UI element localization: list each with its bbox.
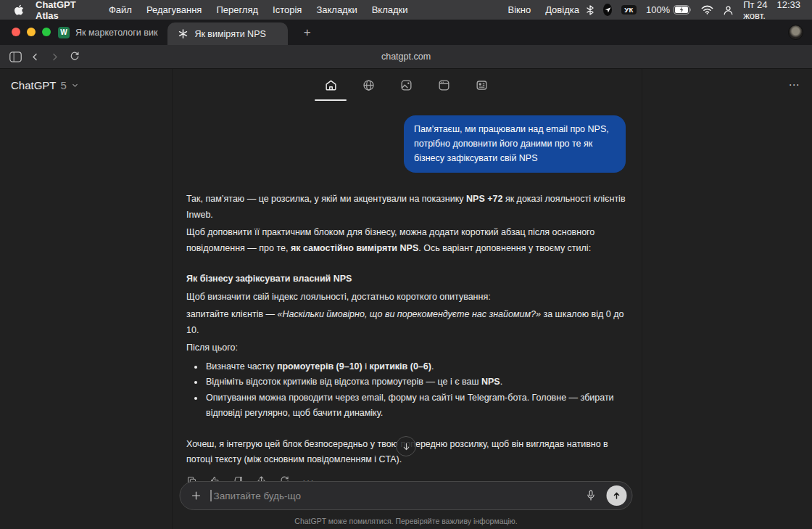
assistant-paragraph: Щоб визначити свій індекс лояльності, до… — [186, 290, 626, 305]
date-label: Пт 24 жовт. — [743, 0, 770, 21]
battery-status[interactable]: 100% — [646, 4, 692, 15]
tab-title: Як маркетологи вик — [75, 28, 157, 38]
assistant-paragraph: Після цього: — [186, 340, 626, 356]
menu-history[interactable]: Історія — [265, 4, 309, 15]
model-selector[interactable]: ChatGPT 5 — [11, 79, 79, 91]
composer[interactable]: Запитайте будь-що — [180, 481, 633, 510]
tab-title: Як виміряти NPS — [194, 29, 265, 39]
images-tab-icon[interactable] — [398, 69, 414, 101]
disclaimer-text: ChatGPT може помилятися. Перевіряйте важ… — [0, 517, 812, 525]
assistant-paragraph: запитайте клієнтів — «Наскільки ймовірно… — [186, 307, 626, 338]
user-switch-icon[interactable] — [723, 5, 734, 15]
navigation-arrow-icon[interactable] — [603, 4, 612, 16]
assistant-paragraph: Так, пам’ятаю — це розсилка, у якій ми а… — [186, 192, 626, 223]
home-tab-icon[interactable] — [323, 69, 339, 101]
battery-icon — [674, 5, 692, 15]
profile-avatar[interactable] — [788, 25, 803, 40]
sidebar-toggle-icon[interactable] — [6, 47, 25, 67]
content-divider-left — [172, 69, 173, 529]
assistant-message: Так, пам’ятаю — це розсилка, у якій ми а… — [186, 192, 626, 468]
user-message-bubble: Пам’ятаєш, ми працювали над email про NP… — [404, 115, 626, 173]
content-divider-right — [642, 69, 642, 529]
scroll-to-bottom-button[interactable] — [396, 436, 416, 456]
forward-icon[interactable] — [45, 47, 65, 67]
close-window-button[interactable] — [12, 28, 20, 36]
menu-window[interactable]: Вікно — [501, 4, 539, 15]
apple-icon[interactable] — [14, 4, 24, 15]
menu-tabs[interactable]: Вкладки — [365, 4, 415, 15]
menu-bookmarks[interactable]: Закладки — [309, 4, 364, 15]
chatgpt-logo-icon — [178, 28, 188, 39]
send-button[interactable] — [607, 485, 627, 506]
wifi-icon[interactable] — [701, 5, 713, 15]
model-version-label: 5 — [61, 79, 67, 91]
tab-nps-active[interactable]: Як виміряти NPS — [167, 22, 287, 45]
apps-tab-icon[interactable] — [436, 69, 452, 101]
text-cursor — [211, 490, 212, 501]
news-tab-icon[interactable] — [473, 69, 489, 101]
assistant-list-item: Відніміть відсоток критиків від відсотка… — [204, 374, 626, 390]
chat-thread: Пам’ятаєш, ми працювали над email про NP… — [186, 115, 626, 486]
macos-menu-bar: ChatGPT Atlas Файл Редагування Перегляд … — [0, 0, 812, 20]
microphone-icon[interactable] — [583, 489, 600, 502]
menu-clock[interactable]: Пт 24 жовт. 12:33 — [743, 0, 800, 21]
menu-edit[interactable]: Редагування — [139, 4, 210, 15]
browser-tab-bar: W Як маркетологи вик Як виміряти NPS + — [0, 20, 812, 45]
address-url[interactable]: chatgpt.com — [0, 52, 812, 62]
assistant-paragraph: Як бізнесу зафіксувати власний NPS — [186, 271, 626, 287]
zoom-window-button[interactable] — [42, 28, 51, 36]
tab-marketers[interactable]: W Як маркетологи вик — [48, 20, 167, 45]
attach-plus-icon[interactable] — [191, 490, 202, 501]
composer-placeholder[interactable]: Запитайте будь-що — [214, 491, 302, 501]
menu-app-name[interactable]: ChatGPT Atlas — [28, 0, 102, 21]
header-more-button[interactable]: ⋯ — [789, 78, 801, 91]
assistant-list: Визначте частку промоутерів (9–10) і кри… — [186, 359, 626, 422]
assistant-list-item: Опитування можна проводити через email, … — [204, 390, 626, 422]
bluetooth-icon[interactable] — [587, 5, 594, 15]
page-content: ChatGPT 5 — [0, 69, 812, 529]
menu-view[interactable]: Перегляд — [209, 4, 265, 15]
minimize-window-button[interactable] — [27, 28, 36, 36]
web-tab-icon[interactable] — [360, 69, 376, 101]
new-tab-button[interactable]: + — [299, 26, 315, 38]
browser-toolbar: chatgpt.com — [0, 45, 812, 69]
menu-file[interactable]: Файл — [102, 4, 139, 15]
brand-label: ChatGPT — [11, 79, 57, 91]
chatgpt-header: ChatGPT 5 — [0, 69, 812, 101]
chevron-down-icon — [71, 81, 79, 89]
assistant-paragraph: Щоб доповнити її практичним блоком для б… — [186, 225, 626, 256]
assistant-list-item: Визначте частку промоутерів (9–10) і кри… — [204, 359, 626, 375]
menu-help[interactable]: Довідка — [538, 4, 587, 15]
tab-favicon-w: W — [58, 27, 70, 38]
input-source-badge[interactable]: УК — [621, 5, 637, 15]
back-icon[interactable] — [25, 47, 45, 67]
reload-icon[interactable] — [65, 47, 84, 67]
time-label: 12:33 — [776, 0, 800, 21]
battery-percent-label: 100% — [646, 4, 670, 15]
